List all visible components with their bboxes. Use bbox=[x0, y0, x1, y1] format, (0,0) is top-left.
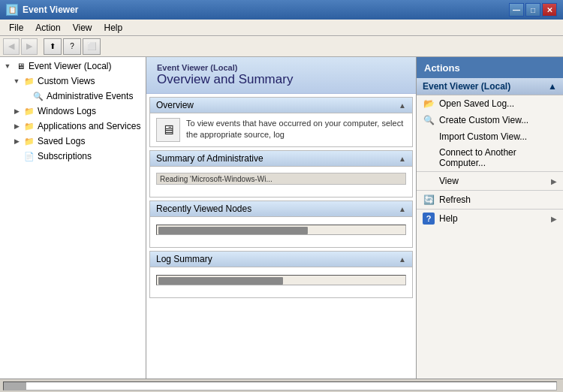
action-import-custom-view[interactable]: Import Custom View... bbox=[417, 128, 563, 145]
summary-admin-collapse-icon[interactable]: ▲ bbox=[399, 155, 406, 163]
forward-button[interactable]: ▶ bbox=[21, 38, 38, 55]
actions-title: Actions bbox=[424, 62, 460, 74]
up-button[interactable]: ⬆ bbox=[44, 38, 62, 55]
refresh-icon: 🔄 bbox=[423, 194, 435, 206]
log-summary-body bbox=[150, 267, 412, 297]
recently-viewed-header-label: Recently Viewed Nodes bbox=[156, 204, 251, 214]
tree-item-admin-events[interactable]: 🔍 Administrative Events bbox=[0, 89, 146, 104]
menu-bar: File Action View Help bbox=[0, 20, 563, 36]
log-summary-collapse-icon[interactable]: ▲ bbox=[399, 255, 406, 264]
left-panel: ▼ 🖥 Event Viewer (Local) ▼ 📁 Custom View… bbox=[0, 57, 146, 378]
browse-button[interactable]: ⬜ bbox=[83, 38, 101, 55]
action-help[interactable]: ? Help ▶ bbox=[417, 210, 563, 227]
action-create-custom-view[interactable]: 🔍 Create Custom View... bbox=[417, 112, 563, 128]
computer-connect-icon bbox=[423, 152, 435, 164]
expand-icon: ▼ bbox=[12, 77, 21, 86]
overview-section: Overview ▲ 🖥 To view events that have oc… bbox=[149, 97, 413, 147]
recently-viewed-header[interactable]: Recently Viewed Nodes ▲ bbox=[150, 201, 412, 217]
expand-icon: ▶ bbox=[12, 107, 21, 116]
recently-viewed-collapse-icon[interactable]: ▲ bbox=[399, 205, 406, 213]
summary-admin-section: Summary of Administrative ▲ Reading 'Mic… bbox=[149, 150, 413, 198]
tree-label-subscriptions: Subscriptions bbox=[38, 151, 92, 161]
action-view[interactable]: View ▶ bbox=[417, 173, 563, 189]
center-title: Event Viewer (Local) Overview and Summar… bbox=[146, 57, 416, 94]
overview-body: 🖥 To view events that have occurred on y… bbox=[150, 113, 412, 146]
expand-icon: ▶ bbox=[12, 122, 21, 131]
overview-text: To view events that have occurred on you… bbox=[186, 118, 406, 141]
tree-label-app-services: Applications and Services bbox=[38, 121, 140, 131]
action-group-event-viewer: Event Viewer (Local) ▲ bbox=[417, 78, 563, 95]
action-connect-computer[interactable]: Connect to Another Computer... bbox=[417, 145, 563, 170]
summary-admin-body: Reading 'Microsoft-Windows-Wi... bbox=[150, 167, 412, 197]
tree-item-windows-logs[interactable]: ▶ 📁 Windows Logs bbox=[0, 104, 146, 119]
tree-item-subscriptions[interactable]: 📄 Subscriptions bbox=[0, 149, 146, 164]
tree-item-custom-views[interactable]: ▼ 📁 Custom Views bbox=[0, 74, 146, 89]
summary-admin-header-label: Summary of Administrative bbox=[156, 153, 263, 164]
log-summary-scrollbar[interactable] bbox=[156, 275, 406, 285]
expand-icon: ▶ bbox=[12, 137, 21, 146]
minimize-button[interactable]: — bbox=[509, 3, 524, 17]
log-summary-section: Log Summary ▲ bbox=[149, 251, 413, 298]
computer-icon: 🖥 bbox=[14, 60, 26, 72]
action-group-arrow: ▲ bbox=[548, 81, 557, 92]
expand-icon bbox=[21, 92, 30, 101]
tree-view: ▼ 🖥 Event Viewer (Local) ▼ 📁 Custom View… bbox=[0, 57, 146, 165]
folder-icon: 📁 bbox=[23, 120, 35, 132]
action-import-label: Import Custom View... bbox=[439, 131, 527, 142]
tree-label-admin-events: Administrative Events bbox=[47, 91, 133, 101]
log-summary-header[interactable]: Log Summary ▲ bbox=[150, 252, 412, 267]
center-content[interactable]: Overview ▲ 🖥 To view events that have oc… bbox=[146, 94, 416, 378]
action-open-saved-log-label: Open Saved Log... bbox=[439, 98, 514, 109]
action-divider-2 bbox=[417, 190, 563, 191]
doc-icon: 📄 bbox=[23, 150, 35, 162]
tree-item-app-services[interactable]: ▶ 📁 Applications and Services bbox=[0, 119, 146, 134]
back-button[interactable]: ◀ bbox=[3, 38, 20, 55]
center-heading: Overview and Summary bbox=[157, 72, 405, 87]
center-subtitle: Event Viewer (Local) bbox=[157, 63, 405, 72]
menu-file[interactable]: File bbox=[3, 21, 29, 35]
create-icon: 🔍 bbox=[423, 114, 435, 126]
action-divider-1 bbox=[417, 171, 563, 172]
tree-label-windows-logs: Windows Logs bbox=[38, 106, 96, 116]
action-view-label: View bbox=[439, 176, 459, 186]
expand-icon: ▼ bbox=[3, 62, 12, 71]
overview-image: 🖥 bbox=[156, 118, 180, 142]
folder-icon: 📁 bbox=[23, 105, 35, 117]
main-container: ▼ 🖥 Event Viewer (Local) ▼ 📁 Custom View… bbox=[0, 57, 563, 378]
recently-viewed-body bbox=[150, 217, 412, 247]
loading-text: Reading 'Microsoft-Windows-Wi... bbox=[157, 173, 405, 185]
action-refresh[interactable]: 🔄 Refresh bbox=[417, 191, 563, 208]
action-divider-3 bbox=[417, 209, 563, 210]
folder-icon: 📁 bbox=[23, 75, 35, 87]
center-panel: Event Viewer (Local) Overview and Summar… bbox=[146, 57, 417, 378]
overview-header-label: Overview bbox=[156, 100, 194, 110]
close-button[interactable]: ✕ bbox=[542, 3, 557, 17]
overview-collapse-icon[interactable]: ▲ bbox=[399, 101, 406, 110]
menu-action[interactable]: Action bbox=[29, 21, 66, 35]
tree-item-saved-logs[interactable]: ▶ 📁 Saved Logs bbox=[0, 134, 146, 149]
menu-help[interactable]: Help bbox=[98, 21, 129, 35]
overview-header[interactable]: Overview ▲ bbox=[150, 98, 412, 113]
tree-item-root[interactable]: ▼ 🖥 Event Viewer (Local) bbox=[0, 59, 146, 74]
right-panel: Actions Event Viewer (Local) ▲ 📂 Open Sa… bbox=[417, 57, 563, 378]
maximize-button[interactable]: □ bbox=[525, 3, 540, 17]
status-thumb bbox=[4, 382, 26, 390]
summary-admin-header[interactable]: Summary of Administrative ▲ bbox=[150, 151, 412, 167]
action-create-custom-view-label: Create Custom View... bbox=[439, 115, 528, 125]
action-group-label: Event Viewer (Local) bbox=[423, 81, 510, 92]
toolbar: ◀ ▶ ⬆ ? ⬜ bbox=[0, 36, 563, 57]
action-open-saved-log[interactable]: 📂 Open Saved Log... bbox=[417, 95, 563, 112]
recently-viewed-scrollbar[interactable] bbox=[156, 225, 406, 235]
menu-view[interactable]: View bbox=[67, 21, 98, 35]
recently-viewed-thumb bbox=[158, 227, 308, 234]
log-summary-thumb bbox=[158, 277, 283, 285]
window-title: Event Viewer bbox=[23, 5, 78, 15]
import-icon bbox=[423, 131, 435, 143]
window-controls: — □ ✕ bbox=[509, 3, 557, 17]
status-scrollbar[interactable] bbox=[3, 381, 557, 390]
action-refresh-label: Refresh bbox=[439, 194, 471, 205]
help-button[interactable]: ? bbox=[63, 38, 81, 55]
view-icon bbox=[423, 175, 435, 187]
filter-icon: 🔍 bbox=[32, 90, 44, 102]
log-summary-header-label: Log Summary bbox=[156, 254, 212, 264]
